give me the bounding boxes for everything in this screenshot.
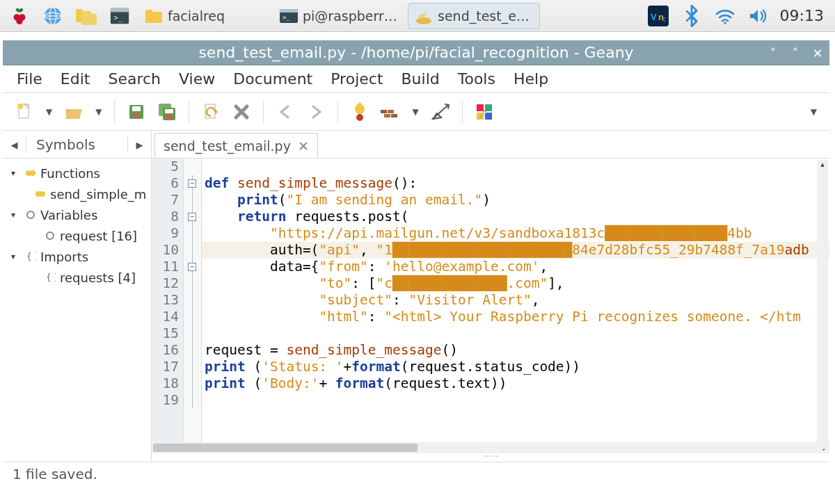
menu-view[interactable]: View — [172, 67, 222, 90]
taskbar-item-label: send_test_e… — [438, 8, 530, 24]
svg-text:{ }: { } — [46, 273, 56, 282]
status-message: 1 file saved. — [13, 466, 97, 482]
file-manager-icon[interactable] — [71, 3, 102, 29]
nav-forward-button[interactable] — [303, 99, 329, 125]
raspberry-menu-icon[interactable] — [4, 3, 35, 29]
open-file-button[interactable] — [61, 99, 87, 125]
fold-toggle[interactable]: − — [188, 179, 196, 188]
code-line[interactable]: "subject": "Visitor Alert", — [202, 292, 829, 309]
system-tray: Vnc 09:13 — [646, 4, 831, 28]
symbol-tree-row[interactable]: { }requests [4] — [6, 267, 148, 288]
code-line[interactable] — [202, 158, 829, 175]
menu-tools[interactable]: Tools — [451, 67, 502, 90]
menu-file[interactable]: File — [10, 67, 49, 90]
taskbar-item[interactable]: >_pi@raspberr… — [273, 3, 405, 29]
menu-document[interactable]: Document — [226, 67, 319, 90]
minimize-button[interactable]: ˅ — [765, 45, 781, 60]
nav-back-button[interactable] — [272, 99, 299, 125]
status-bar: 1 file saved. — [3, 462, 829, 485]
new-file-button[interactable] — [11, 99, 38, 125]
code-line[interactable] — [202, 392, 829, 409]
symbol-label: Variables — [40, 208, 97, 222]
web-browser-icon[interactable] — [38, 3, 68, 29]
build-button[interactable] — [377, 99, 404, 125]
menu-project[interactable]: Project — [324, 67, 390, 90]
save-all-button[interactable] — [154, 99, 180, 125]
svg-text:>_: >_ — [283, 14, 290, 21]
code-line[interactable]: data={"from": 'hello@example.com', — [202, 259, 829, 275]
color-chooser-button[interactable] — [471, 99, 498, 125]
taskbar-item[interactable]: send_test_e… — [408, 3, 540, 29]
sidebar: ◂ Symbols ▸ ▾Functionssend_simple_m▾Vari… — [3, 131, 152, 462]
code-line[interactable]: print("I am sending an email.") — [202, 192, 829, 209]
wifi-icon[interactable] — [713, 4, 737, 28]
editor-tab[interactable]: send_test_email.py ✕ — [154, 133, 318, 158]
build-dropdown[interactable]: ▼ — [408, 107, 422, 117]
sidebar-tab-prev[interactable]: ◂ — [3, 136, 26, 153]
fold-toggle[interactable]: − — [188, 263, 196, 271]
terminal-launcher-icon[interactable]: >_ — [104, 3, 135, 29]
svg-point-55 — [47, 232, 54, 239]
code-area[interactable]: def send_simple_message(): print("I am s… — [202, 158, 829, 442]
editor-body[interactable]: 5678910111213141516171819 −−− def send_s… — [152, 158, 829, 442]
taskbar-item-label: pi@raspberr… — [303, 8, 397, 24]
vertical-scrollbar[interactable]: ▴ — [817, 160, 828, 449]
svg-text:c: c — [662, 15, 666, 23]
pane-resize-grip[interactable]: ····· — [152, 453, 829, 462]
compile-button[interactable] — [347, 99, 373, 125]
maximize-button[interactable]: ˄ — [788, 45, 803, 60]
code-line[interactable]: "https://api.mailgun.net/v3/sandboxa1813… — [202, 225, 829, 242]
code-line[interactable]: "to": ["c██████████████.com"], — [202, 275, 829, 292]
code-line[interactable]: print ('Body:'+ format(request.text)) — [202, 375, 829, 392]
code-line[interactable]: return requests.post( — [202, 209, 829, 225]
fold-toggle[interactable]: − — [188, 213, 196, 221]
new-file-dropdown[interactable]: ▼ — [42, 107, 56, 117]
symbol-tree-row[interactable]: ▾Variables — [6, 204, 148, 225]
code-line[interactable]: "html": "<html> Your Raspberry Pi recogn… — [202, 309, 829, 325]
symbol-tree-row[interactable]: ▾{ }Imports — [6, 246, 148, 267]
menu-build[interactable]: Build — [395, 67, 447, 90]
fold-gutter[interactable]: −−− — [184, 158, 202, 442]
code-line[interactable]: def send_simple_message(): — [202, 175, 829, 192]
svg-point-24 — [724, 22, 726, 24]
svg-point-54 — [27, 211, 34, 218]
menu-edit[interactable]: Edit — [54, 67, 97, 90]
svg-rect-17 — [280, 9, 298, 13]
vnc-icon[interactable]: Vnc — [646, 4, 670, 28]
code-line[interactable]: auth=("api", "1██████████████████████84e… — [202, 242, 829, 259]
symbol-tree[interactable]: ▾Functionssend_simple_m▾Variablesrequest… — [3, 158, 151, 462]
toolbar-overflow[interactable]: ▼ — [806, 107, 821, 117]
sidebar-tab-symbols[interactable]: Symbols — [26, 136, 127, 153]
close-file-button[interactable] — [228, 99, 255, 125]
symbol-tree-row[interactable]: send_simple_m — [6, 184, 148, 204]
code-line[interactable]: print ('Status: '+format(request.status_… — [202, 359, 829, 375]
code-line[interactable] — [202, 325, 829, 342]
save-button[interactable] — [123, 99, 150, 125]
terminal-icon: >_ — [279, 6, 299, 26]
reload-button[interactable] — [198, 99, 224, 125]
volume-icon[interactable] — [747, 4, 770, 28]
close-tab-icon[interactable]: ✕ — [298, 138, 309, 154]
svg-point-41 — [356, 114, 363, 121]
svg-rect-32 — [133, 113, 140, 117]
sidebar-tab-next[interactable]: ▸ — [127, 136, 151, 153]
menu-search[interactable]: Search — [101, 67, 168, 90]
svg-marker-29 — [65, 109, 82, 119]
symbol-imp-icon: { } — [45, 272, 56, 283]
symbol-tree-row[interactable]: request [16] — [6, 225, 148, 246]
line-number-gutter: 5678910111213141516171819 — [152, 158, 184, 442]
window-titlebar[interactable]: send_test_email.py - /home/pi/facial_rec… — [3, 40, 829, 65]
svg-rect-15 — [145, 10, 152, 14]
run-button[interactable] — [427, 99, 454, 125]
svg-text:{ }: { } — [26, 252, 36, 261]
svg-rect-45 — [391, 114, 397, 117]
taskbar-item[interactable]: facialreq — [138, 3, 270, 29]
code-line[interactable]: request = send_simple_message() — [202, 342, 829, 359]
symbol-tree-row[interactable]: ▾Functions — [6, 163, 148, 184]
close-window-button[interactable]: ✕ — [810, 45, 825, 60]
open-recent-dropdown[interactable]: ▼ — [91, 107, 106, 117]
menu-help[interactable]: Help — [507, 67, 555, 90]
bluetooth-icon[interactable] — [680, 4, 703, 28]
svg-text:V: V — [651, 12, 657, 22]
clock[interactable]: 09:13 — [780, 7, 824, 24]
